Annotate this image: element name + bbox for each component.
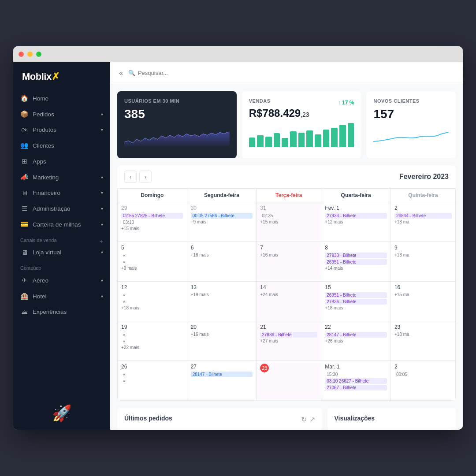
sidebar-navigation: 🏠 Home 📦 Pedidos ▾ 🛍 Produtos ▾ 👥 Client… xyxy=(13,87,110,397)
novos-clientes-value: 157 xyxy=(373,107,449,121)
content-area: USUÁRIOS EM 30 MIN 385 xyxy=(110,84,463,430)
sidebar-item-clientes[interactable]: 👥 Clientes xyxy=(13,138,110,153)
calendar-prev-button[interactable]: ‹ xyxy=(124,171,137,183)
refresh-icon[interactable]: ↻ xyxy=(301,415,307,424)
chevron-down-icon: ▾ xyxy=(101,250,103,255)
clientes-icon: 👥 xyxy=(20,141,28,149)
sidebar-item-produtos[interactable]: 🛍 Produtos ▾ xyxy=(13,122,110,138)
cal-cell: 6 +18 mais xyxy=(187,242,257,282)
calendar-next-button[interactable]: › xyxy=(139,171,152,183)
sidebar-item-label: Pedidos xyxy=(33,111,54,118)
bar-7 xyxy=(298,133,305,147)
visualizacoes-card: Visualizações xyxy=(327,408,456,430)
bar-5 xyxy=(282,138,288,147)
wave-chart xyxy=(124,125,230,151)
cal-cell: 9 +13 ma xyxy=(390,242,455,282)
financeiro-icon: 🖥 xyxy=(20,189,28,197)
chevron-down-icon: ▾ xyxy=(101,190,103,195)
weekday-domingo: Domingo xyxy=(118,189,187,202)
cal-cell: 31 02:35 +15 mais xyxy=(257,202,321,242)
search-input[interactable] xyxy=(138,70,208,76)
cal-cell: 22 28147 - Bilhete +26 mais xyxy=(321,321,391,361)
sidebar-item-label: Clientes xyxy=(33,142,54,149)
sidebar-footer: 🚀 xyxy=(13,397,110,430)
browser-content: Moblix✗ 🏠 Home 📦 Pedidos ▾ 🛍 Produtos ▾ xyxy=(13,62,463,430)
minimize-button[interactable] xyxy=(27,52,33,57)
sidebar-item-label: Apps xyxy=(33,158,46,165)
vendas-card: VENDAS ↑ 17 % R$788.429,23 xyxy=(242,91,361,158)
sidebar-item-label: Carteira de milhas xyxy=(33,221,81,228)
main-content: « 🔍 USUÁRIOS EM 30 MIN 385 xyxy=(110,62,463,430)
pedidos-icon: 📦 xyxy=(20,110,28,118)
sidebar-item-aereo[interactable]: ✈ Aéreo ▾ xyxy=(13,272,110,288)
cal-cell: 30 00:05 27566 - Bilhete +9 mais xyxy=(187,202,257,242)
sidebar-item-administracao[interactable]: ☰ Administração ▾ xyxy=(13,201,110,216)
weekday-terca: Terça-feira xyxy=(257,189,321,202)
bar-10 xyxy=(323,130,330,147)
sidebar-item-label: Loja virtual xyxy=(33,249,61,256)
cal-cell: 15 26951 - Bilhete 27836 - Bilhete +18 m… xyxy=(321,282,391,321)
usuarios-value: 385 xyxy=(124,107,230,121)
hotel-icon: 🏨 xyxy=(20,292,28,300)
logo-accent: ✗ xyxy=(52,71,60,82)
calendar-table: Domingo Segunda-feira Terça-feira Quarta… xyxy=(117,188,456,401)
stats-row: USUÁRIOS EM 30 MIN 385 xyxy=(117,91,456,158)
cal-cell: 20 +16 mais xyxy=(187,321,257,361)
sidebar-item-apps[interactable]: ⊞ Apps xyxy=(13,153,110,169)
calendar-header: ‹ › Fevereiro 2023 xyxy=(117,165,456,188)
collapse-button[interactable]: « xyxy=(119,69,123,77)
aereo-icon: ✈ xyxy=(20,276,28,284)
bar-3 xyxy=(265,137,272,147)
apps-icon: ⊞ xyxy=(20,157,28,165)
add-canal-button[interactable]: + xyxy=(100,238,103,245)
novos-clientes-card: NOVOS CLIENTES 157 xyxy=(366,91,456,158)
sidebar-item-home[interactable]: 🏠 Home xyxy=(13,90,110,106)
marketing-icon: 📣 xyxy=(20,173,28,181)
cal-cell: 5 « « +9 mais xyxy=(118,242,187,282)
cal-cell: 28 xyxy=(257,361,321,401)
sidebar-item-carteira[interactable]: 💳 Carteira de milhas ▾ xyxy=(13,216,110,232)
cal-cell: 16 +15 ma xyxy=(390,282,455,321)
table-row: 5 « « +9 mais 6 +18 mais xyxy=(118,242,456,282)
usuarios-label: USUÁRIOS EM 30 MIN xyxy=(124,98,230,104)
table-row: 26 « « 27 28147 - Bilhete xyxy=(118,361,456,401)
sidebar-item-hotel[interactable]: 🏨 Hotel ▾ xyxy=(13,288,110,304)
calendar-card: ‹ › Fevereiro 2023 Domingo Segunda-feira… xyxy=(117,165,456,401)
cal-cell: 7 +16 mais xyxy=(257,242,321,282)
cal-cell: Mar. 1 15:30 03:10 26627 - Bilhete 27067… xyxy=(321,361,391,401)
sidebar-item-label: Financeiro xyxy=(33,190,60,196)
bar-chart xyxy=(249,123,354,147)
table-row: 19 « « +22 mais 20 +16 mais xyxy=(118,321,456,361)
chevron-down-icon: ▾ xyxy=(101,206,103,211)
sidebar-item-financeiro[interactable]: 🖥 Financeiro ▾ xyxy=(13,185,110,201)
chevron-down-icon: ▾ xyxy=(101,112,103,117)
sidebar-item-pedidos[interactable]: 📦 Pedidos ▾ xyxy=(13,106,110,122)
maximize-button[interactable] xyxy=(36,52,41,57)
cal-cell: 21 27836 - Bilhete +27 mais xyxy=(257,321,321,361)
bottom-row: Últimos pedidos ↻ ↗ Visualizações xyxy=(117,408,456,430)
chevron-down-icon: ▾ xyxy=(101,294,103,299)
cal-cell: 2 26844 - Bilhete +13 ma xyxy=(390,202,455,242)
sidebar-item-label: Home xyxy=(33,95,48,102)
bar-1 xyxy=(249,138,256,147)
cal-cell: 26 « « xyxy=(118,361,187,401)
novos-clientes-label: NOVOS CLIENTES xyxy=(373,98,449,104)
weekday-quarta: Quarta-feira xyxy=(321,189,391,202)
cal-cell: 14 +24 mais xyxy=(257,282,321,321)
vendas-badge: ↑ 17 % xyxy=(338,100,354,106)
chevron-down-icon: ▾ xyxy=(101,175,103,180)
sidebar-item-marketing[interactable]: 📣 Marketing ▾ xyxy=(13,169,110,185)
sidebar-item-loja[interactable]: 🖥 Loja virtual ▾ xyxy=(13,245,110,260)
search-bar: 🔍 xyxy=(128,70,208,76)
bar-9 xyxy=(315,134,321,147)
expand-icon[interactable]: ↗ xyxy=(309,415,315,424)
loja-icon: 🖥 xyxy=(20,249,28,256)
calendar-nav: ‹ › xyxy=(124,171,152,183)
close-button[interactable] xyxy=(19,52,24,57)
chevron-down-icon: ▾ xyxy=(101,127,103,132)
bar-12 xyxy=(339,125,346,147)
sidebar-item-experiencias[interactable]: ⛰ Experiências xyxy=(13,304,110,320)
calendar-title: Fevereiro 2023 xyxy=(399,173,449,181)
sidebar-item-label: Hotel xyxy=(33,293,47,300)
conteudo-section-label: Conteúdo xyxy=(13,260,110,272)
